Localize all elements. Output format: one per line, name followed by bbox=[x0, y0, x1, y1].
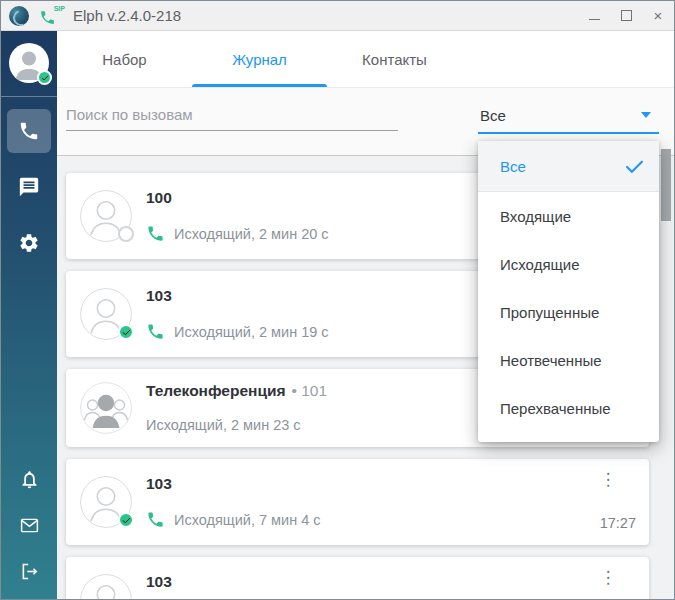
user-avatar[interactable] bbox=[9, 43, 49, 83]
call-detail: Исходящий, 2 мин 20 с bbox=[174, 226, 329, 242]
close-icon: × bbox=[654, 8, 663, 23]
check-icon bbox=[624, 156, 645, 177]
tab-bar: Набор Журнал Контакты bbox=[57, 31, 674, 88]
call-item-103-c[interactable]: 103 ⋮ bbox=[66, 557, 649, 599]
call-name: Телеконференция• 101 bbox=[146, 382, 327, 400]
app-window: SIP Elph v.2.4.0-218 × Набор Журнал Конт… bbox=[0, 0, 675, 600]
call-name: 103 bbox=[146, 475, 172, 493]
menu-item-missed[interactable]: Пропущенные bbox=[478, 288, 659, 336]
sidebar-item-chat[interactable] bbox=[7, 165, 51, 209]
call-subline: Исходящий, 2 мин 23 с bbox=[146, 417, 301, 433]
envelope-icon bbox=[19, 515, 40, 536]
filter-select[interactable]: Все bbox=[478, 98, 659, 134]
status-badge-empty bbox=[118, 226, 134, 242]
main-area: Набор Журнал Контакты Все 100 Исходящ bbox=[57, 31, 674, 599]
sip-phone-icon: SIP bbox=[39, 5, 65, 27]
contact-avatar bbox=[80, 574, 132, 599]
contact-avatar bbox=[80, 190, 132, 242]
tab-dial[interactable]: Набор bbox=[57, 31, 192, 87]
tab-journal[interactable]: Журнал bbox=[192, 31, 327, 87]
call-number-suffix: • 101 bbox=[292, 382, 328, 399]
contact-avatar bbox=[80, 288, 132, 340]
sidebar bbox=[1, 31, 57, 599]
window-title: Elph v.2.4.0-218 bbox=[73, 7, 181, 24]
titlebar: SIP Elph v.2.4.0-218 × bbox=[1, 1, 674, 31]
online-status-badge bbox=[37, 70, 52, 85]
gear-icon bbox=[18, 232, 40, 254]
maximize-icon bbox=[621, 10, 632, 21]
menu-item-intercepted[interactable]: Перехваченные bbox=[478, 384, 659, 432]
menu-item-incoming[interactable]: Входящие bbox=[478, 192, 659, 240]
menu-item-unanswered[interactable]: Неотвеченные bbox=[478, 336, 659, 384]
menu-item-outgoing[interactable]: Исходящие bbox=[478, 240, 659, 288]
call-name: 103 bbox=[146, 287, 172, 305]
check-icon bbox=[41, 74, 49, 82]
phone-icon bbox=[18, 120, 40, 142]
logout-icon bbox=[19, 561, 40, 582]
scrollbar-thumb[interactable] bbox=[661, 149, 671, 221]
sidebar-item-notifications[interactable] bbox=[9, 461, 49, 497]
filter-dropdown-menu: Все Входящие Исходящие Пропущенные Неотв… bbox=[478, 141, 659, 442]
check-icon bbox=[122, 516, 131, 525]
minimize-icon bbox=[589, 19, 600, 21]
caret-down-icon bbox=[641, 112, 651, 118]
chat-icon bbox=[18, 176, 40, 198]
call-detail: Исходящий, 2 мин 23 с bbox=[146, 417, 301, 433]
status-badge-online bbox=[118, 512, 134, 528]
call-detail: Исходящий, 2 мин 19 с bbox=[174, 324, 329, 340]
filter-select-value: Все bbox=[480, 107, 506, 124]
sidebar-item-settings[interactable] bbox=[7, 221, 51, 265]
minimize-button[interactable] bbox=[578, 1, 610, 31]
contact-avatar bbox=[80, 476, 132, 528]
status-badge-online bbox=[118, 324, 134, 340]
search-input[interactable] bbox=[66, 104, 398, 131]
call-detail: Исходящий, 7 мин 4 с bbox=[174, 512, 321, 528]
call-item-103-b[interactable]: 103 Исходящий, 7 мин 4 с ⋮ 17:27 bbox=[66, 459, 649, 545]
close-button[interactable]: × bbox=[642, 1, 674, 31]
call-name: 103 bbox=[146, 573, 172, 591]
check-icon bbox=[122, 328, 131, 337]
sidebar-item-phone[interactable] bbox=[7, 109, 51, 153]
call-name: 100 bbox=[146, 189, 172, 207]
sidebar-item-mail[interactable] bbox=[9, 507, 49, 543]
maximize-button[interactable] bbox=[610, 1, 642, 31]
conference-avatar bbox=[80, 382, 132, 434]
person-outline-icon bbox=[80, 574, 132, 599]
menu-item-all[interactable]: Все bbox=[478, 141, 659, 192]
sidebar-item-logout[interactable] bbox=[9, 553, 49, 589]
tab-contacts[interactable]: Контакты bbox=[327, 31, 462, 87]
outgoing-call-icon bbox=[146, 510, 165, 529]
app-logo-icon bbox=[9, 6, 29, 26]
conference-icon bbox=[80, 382, 132, 434]
sidebar-divider bbox=[1, 96, 57, 97]
call-subline: Исходящий, 2 мин 20 с bbox=[146, 224, 329, 243]
window-controls: × bbox=[578, 1, 674, 31]
overflow-menu-button[interactable]: ⋮ bbox=[597, 467, 619, 491]
outgoing-call-icon bbox=[146, 224, 165, 243]
call-time: 17:27 bbox=[600, 515, 636, 531]
call-subline: Исходящий, 2 мин 19 с bbox=[146, 322, 329, 341]
outgoing-call-icon bbox=[146, 322, 165, 341]
call-subline: Исходящий, 7 мин 4 с bbox=[146, 510, 321, 529]
overflow-menu-button[interactable]: ⋮ bbox=[597, 565, 619, 589]
bell-icon bbox=[19, 469, 40, 490]
sip-label: SIP bbox=[54, 5, 65, 12]
